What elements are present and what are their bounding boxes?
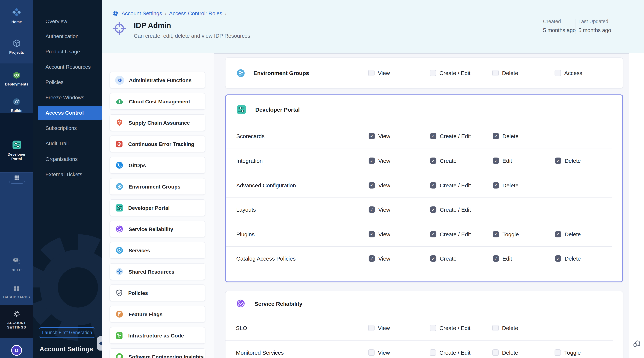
category-label: Cloud Cost Management: [129, 98, 190, 104]
category-cloud-cost-management[interactable]: Cloud Cost Management: [110, 93, 205, 110]
create-edit-checkbox[interactable]: [430, 133, 436, 139]
module-picker-button[interactable]: [9, 172, 25, 184]
rail-item-account-settings[interactable]: ACCOUNT SETTINGS: [0, 310, 33, 330]
view-checkbox[interactable]: [368, 325, 374, 331]
main-content: Account Settings › Access Control: Roles…: [102, 0, 644, 358]
permission-row-plugins: Plugins View Create / Edit Toggle Delete: [226, 222, 612, 246]
policies-shield-icon: [115, 289, 123, 297]
toggle-checkbox[interactable]: [493, 231, 499, 237]
category-continuous-error-tracking[interactable]: Continuous Error Tracking: [110, 135, 205, 152]
user-avatar[interactable]: D: [11, 345, 22, 356]
sidebar-item-external-tickets[interactable]: External Tickets: [33, 170, 102, 178]
rail-item-projects[interactable]: Projects: [0, 39, 33, 55]
sidebar-item-audit-trail[interactable]: Audit Trail: [33, 140, 102, 147]
infrastructure-as-code-icon: [115, 331, 123, 339]
category-software-engineering-insights[interactable]: Software Engineering Insights: [110, 348, 205, 358]
support-chat-icon[interactable]: [632, 339, 641, 348]
view-checkbox[interactable]: [368, 349, 374, 356]
category-policies[interactable]: Policies: [110, 284, 205, 301]
category-service-reliability[interactable]: Service Reliability: [110, 221, 205, 237]
sidebar-item-account-resources[interactable]: Account Resources: [33, 63, 102, 71]
rail-item-label: Deployments: [0, 82, 33, 87]
rail-item-dashboards[interactable]: DASHBOARDS: [0, 285, 33, 299]
permission-label: View: [378, 231, 390, 237]
admin-gear-icon: [115, 76, 124, 85]
sidebar-item-freeze-windows[interactable]: Freeze Windows: [33, 94, 102, 101]
breadcrumb-link-account-settings[interactable]: Account Settings: [122, 11, 162, 17]
view-checkbox[interactable]: [368, 133, 375, 139]
category-infrastructure-as-code[interactable]: Infrastructure as Code: [110, 327, 205, 344]
sidebar-collapse-handle[interactable]: [97, 336, 102, 350]
permission-item: Delete: [492, 70, 554, 76]
edit-checkbox[interactable]: [493, 158, 499, 164]
row-label: Catalog Access Policies: [236, 256, 368, 262]
sidebar-item-authentication[interactable]: Authentication: [33, 33, 102, 40]
launch-first-generation-button[interactable]: Launch First Generation: [39, 327, 96, 338]
meta-divider: [575, 20, 576, 34]
view-checkbox[interactable]: [368, 207, 375, 213]
permission-label: Create / Edit: [440, 325, 470, 331]
permission-label: Edit: [502, 158, 512, 164]
view-checkbox[interactable]: [368, 158, 375, 164]
edit-checkbox[interactable]: [493, 256, 499, 262]
category-administrative-functions[interactable]: Administrative Functions: [110, 72, 205, 88]
category-feature-flags[interactable]: Feature Flags: [110, 306, 205, 322]
category-services[interactable]: Services: [110, 242, 205, 259]
delete-checkbox[interactable]: [555, 158, 561, 164]
toggle-checkbox[interactable]: [554, 349, 561, 356]
sidebar-item-overview[interactable]: Overview: [33, 18, 102, 25]
category-developer-portal[interactable]: Developer Portal: [110, 199, 205, 216]
category-supply-chain-assurance[interactable]: Supply Chain Assurance: [110, 114, 205, 131]
create-edit-checkbox[interactable]: [430, 231, 436, 237]
category-label: Developer Portal: [128, 205, 170, 211]
rail-item-home[interactable]: Home: [0, 7, 33, 24]
rail-item-help[interactable]: HELP: [0, 257, 33, 272]
category-label: Policies: [128, 290, 148, 296]
delete-checkbox[interactable]: [492, 349, 499, 356]
create-edit-checkbox[interactable]: [430, 207, 436, 213]
rail-item-builds[interactable]: Builds: [0, 97, 33, 113]
rail-item-developer-portal[interactable]: Developer Portal: [0, 140, 33, 161]
category-shared-resources[interactable]: Shared Resources: [110, 263, 205, 280]
view-checkbox[interactable]: [368, 231, 375, 237]
permission-row-catalog-access-policies: Catalog Access Policies View Create Edit…: [226, 246, 612, 271]
permission-label: Delete: [564, 158, 581, 164]
create-checkbox[interactable]: [430, 158, 436, 164]
create-edit-checkbox[interactable]: [430, 349, 436, 356]
category-environment-groups[interactable]: Environment Groups: [110, 178, 205, 195]
permission-label: Create / Edit: [440, 207, 471, 213]
create-checkbox[interactable]: [430, 256, 436, 262]
delete-checkbox[interactable]: [555, 256, 561, 262]
view-checkbox[interactable]: [368, 182, 375, 189]
rail-item-deployments[interactable]: Deployments: [0, 71, 33, 87]
permission-row-scorecards: Scorecards View Create / Edit Delete: [226, 124, 612, 148]
sidebar-item-access-control[interactable]: Access Control: [33, 109, 102, 116]
delete-checkbox[interactable]: [492, 325, 499, 331]
sidebar-item-organizations[interactable]: Organizations: [33, 155, 102, 163]
permission-label: Create: [440, 158, 456, 164]
breadcrumb-link-access-control-roles[interactable]: Access Control: Roles: [169, 11, 222, 17]
projects-cube-icon: [12, 39, 21, 48]
create-edit-checkbox[interactable]: [430, 70, 436, 76]
delete-checkbox[interactable]: [493, 133, 499, 139]
permission-label: Create / Edit: [440, 133, 471, 139]
sidebar-item-policies[interactable]: Policies: [33, 78, 102, 86]
category-gitops[interactable]: GitOps: [110, 157, 205, 173]
category-label: Software Engineering Insights: [128, 354, 204, 358]
permission-label: Create: [440, 256, 456, 262]
delete-checkbox[interactable]: [493, 182, 499, 189]
sidebar-item-subscriptions[interactable]: Subscriptions: [33, 124, 102, 132]
view-checkbox[interactable]: [368, 256, 375, 262]
permission-section-developer-portal: Developer Portal Scorecards View Create …: [225, 94, 623, 282]
rail-item-label: ACCOUNT: [0, 321, 33, 325]
create-edit-checkbox[interactable]: [430, 325, 436, 331]
permission-label: Create / Edit: [440, 349, 470, 356]
created-value: 5 months ago: [543, 27, 576, 33]
access-checkbox[interactable]: [554, 70, 561, 76]
delete-checkbox[interactable]: [555, 231, 561, 237]
view-checkbox[interactable]: [368, 70, 374, 76]
create-edit-checkbox[interactable]: [430, 182, 436, 189]
section-title: Environment Groups: [254, 70, 309, 76]
sidebar-item-product-usage[interactable]: Product Usage: [33, 48, 102, 55]
delete-checkbox[interactable]: [492, 70, 499, 76]
